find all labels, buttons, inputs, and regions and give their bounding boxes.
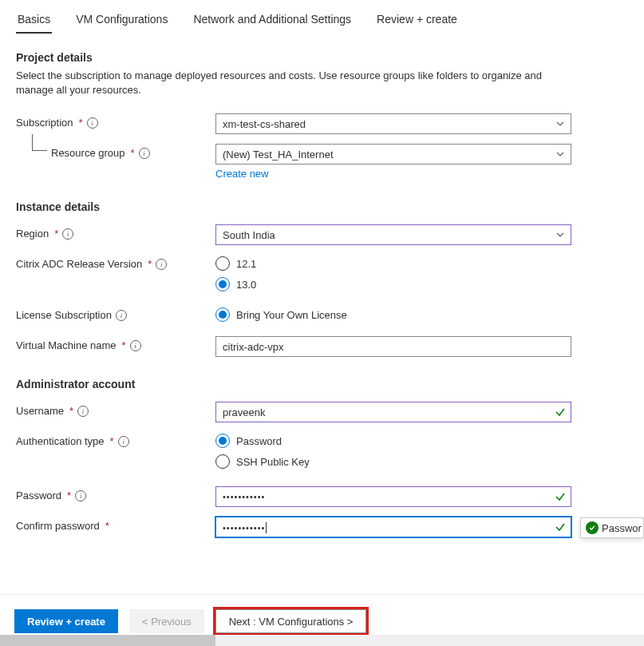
resource-group-value: (New) Test_HA_Internet [223, 149, 334, 161]
required-marker: * [69, 405, 73, 417]
radio-icon [215, 434, 230, 448]
vm-name-input[interactable]: citrix-adc-vpx [215, 336, 571, 357]
footer-bar: Review + create < Previous Next : VM Con… [0, 594, 644, 633]
vm-name-value: citrix-adc-vpx [223, 341, 284, 353]
auth-type-label: Authentication type [16, 435, 105, 447]
chevron-down-icon [556, 150, 564, 158]
previous-button[interactable]: < Previous [129, 609, 204, 633]
license-byol-label: Bring Your Own License [236, 309, 347, 321]
radio-icon [215, 454, 230, 469]
release-version-label: Citrix ADC Release Version [16, 258, 142, 270]
info-icon[interactable]: i [87, 117, 98, 129]
next-button[interactable]: Next : VM Configurations > [215, 609, 367, 633]
required-marker: * [105, 520, 109, 532]
required-marker: * [148, 258, 152, 270]
password-value: ••••••••••• [223, 492, 265, 501]
confirm-password-value: ••••••••••• [223, 523, 265, 533]
license-option-byol[interactable]: Bring Your Own License [215, 307, 571, 322]
required-marker: * [67, 489, 71, 501]
info-icon[interactable]: i [116, 310, 127, 321]
info-icon[interactable]: i [156, 259, 167, 270]
success-badge-icon [586, 521, 599, 534]
required-marker: * [122, 339, 126, 351]
info-icon[interactable]: i [75, 490, 86, 501]
tabs-bar: Basics VM Configurations Network and Add… [0, 0, 644, 34]
chevron-down-icon [556, 120, 564, 128]
subscription-select[interactable]: xm-test-cs-shared [215, 113, 571, 134]
subscription-label: Subscription [16, 117, 73, 129]
radio-icon [215, 277, 230, 291]
region-select[interactable]: South India [215, 224, 571, 245]
radio-icon [215, 256, 230, 271]
review-create-button[interactable]: Review + create [14, 609, 118, 633]
release-12-1-label: 12.1 [236, 258, 256, 270]
tooltip-text: Passwor [602, 522, 642, 534]
auth-option-ssh[interactable]: SSH Public Key [215, 454, 571, 469]
username-input[interactable]: praveenk [215, 402, 571, 422]
password-label: Password [16, 489, 61, 501]
release-option-13-0[interactable]: 13.0 [215, 277, 571, 291]
info-icon[interactable]: i [139, 148, 150, 159]
instance-details-heading: Instance details [16, 200, 628, 213]
valid-checkmark-icon [555, 491, 566, 502]
info-icon[interactable]: i [118, 436, 129, 447]
valid-checkmark-icon [555, 406, 566, 418]
project-details-heading: Project details [16, 51, 628, 64]
text-cursor [266, 522, 267, 533]
valid-checkmark-icon [555, 521, 566, 533]
auth-option-password[interactable]: Password [215, 434, 571, 448]
password-input[interactable]: ••••••••••• [215, 486, 571, 507]
chevron-down-icon [556, 231, 564, 239]
resource-group-select[interactable]: (New) Test_HA_Internet [215, 144, 571, 164]
release-13-0-label: 13.0 [236, 279, 256, 291]
scrollbar-thumb[interactable] [0, 635, 215, 646]
tab-basics[interactable]: Basics [16, 8, 52, 34]
tab-network-additional[interactable]: Network and Additional Settings [192, 8, 353, 34]
region-label: Region [16, 228, 49, 240]
username-value: praveenk [223, 406, 265, 418]
auth-ssh-label: SSH Public Key [236, 456, 310, 468]
auth-password-label: Password [236, 435, 282, 447]
region-value: South India [223, 229, 275, 241]
project-details-desc: Select the subscription to manage deploy… [16, 69, 575, 97]
required-marker: * [110, 435, 114, 447]
tab-review-create[interactable]: Review + create [375, 8, 459, 34]
info-icon[interactable]: i [77, 406, 89, 417]
required-marker: * [54, 228, 58, 240]
license-subscription-label: License Subscription [16, 309, 112, 321]
create-new-link[interactable]: Create new [215, 168, 268, 180]
vm-name-label: Virtual Machine name [16, 339, 117, 351]
confirm-password-input[interactable]: ••••••••••• [215, 517, 571, 537]
admin-account-heading: Administrator account [16, 378, 628, 390]
info-icon[interactable]: i [62, 228, 73, 240]
required-marker: * [131, 147, 135, 159]
required-marker: * [79, 117, 83, 129]
radio-icon [215, 307, 230, 322]
resource-group-label: Resource group [51, 147, 125, 159]
release-option-12-1[interactable]: 12.1 [215, 256, 571, 271]
username-label: Username [16, 405, 64, 417]
tab-vm-configurations[interactable]: VM Configurations [74, 8, 169, 34]
confirm-password-label: Confirm password [16, 520, 100, 532]
info-icon[interactable]: i [130, 340, 141, 351]
subscription-value: xm-test-cs-shared [223, 118, 306, 130]
validation-tooltip: Passwor [580, 517, 644, 538]
